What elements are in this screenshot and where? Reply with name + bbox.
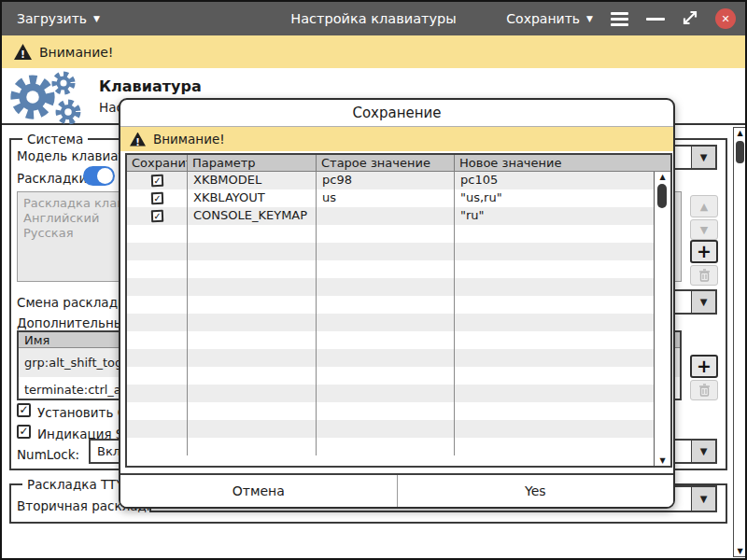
scroll-down-icon[interactable]: ▼	[655, 456, 670, 465]
trash-icon	[698, 384, 711, 397]
chevron-down-icon[interactable]: ▼	[691, 147, 715, 168]
row-checkbox[interactable]: ✓	[150, 175, 162, 187]
warning-icon: !	[14, 44, 32, 60]
plus-icon: +	[697, 357, 712, 375]
system-group-legend: Система	[22, 132, 88, 147]
warning-text: Внимание!	[39, 45, 113, 60]
titlebar: Загрузить ▼ Настройка клавиатуры Сохрани…	[2, 2, 745, 35]
keyboard-settings-window: Загрузить ▼ Настройка клавиатуры Сохрани…	[0, 0, 747, 560]
warning-banner: ! Внимание!	[2, 35, 745, 68]
warning-icon: !	[130, 133, 146, 147]
page-title: Клавиатура	[99, 77, 202, 95]
check-icon: ✓	[153, 211, 162, 221]
layouts-label: Раскладки:	[17, 171, 92, 186]
move-down-button[interactable]: ▼	[690, 219, 718, 240]
save-dialog: Сохранение ! Внимание! Сохранить Парамет…	[119, 98, 675, 509]
toggle-knob	[97, 168, 113, 184]
old-value-cell: pc98	[317, 172, 455, 189]
menu-icon[interactable]	[609, 10, 630, 28]
compose-checkbox[interactable]: ✓	[17, 403, 31, 417]
column-header: Сохранить	[127, 155, 188, 171]
column-header: Параметр	[188, 155, 317, 171]
add-layout-button[interactable]: +	[690, 240, 718, 263]
layouts-toggle[interactable]	[83, 166, 115, 186]
row-checkbox[interactable]: ✓	[150, 210, 162, 222]
table-row[interactable]: ✓ XKBLAYOUT us "us,ru"	[127, 189, 654, 207]
plus-icon: +	[697, 243, 712, 260]
check-icon: ✓	[19, 425, 28, 438]
check-icon: ✓	[153, 175, 162, 186]
chevron-down-icon[interactable]: ▼	[691, 291, 715, 313]
maximize-button[interactable]	[681, 8, 699, 30]
table-row[interactable]: ✓ CONSOLE_KEYMAP "ru"	[127, 207, 654, 225]
chevron-down-icon: ▼	[586, 15, 593, 23]
close-button[interactable]: ✕	[715, 8, 736, 29]
minimize-button[interactable]	[646, 18, 665, 21]
delete-layout-button[interactable]	[690, 265, 718, 286]
trash-icon	[698, 269, 711, 282]
arrow-up-icon: ▲	[700, 202, 708, 212]
chevron-down-icon[interactable]: ▼	[691, 441, 715, 462]
column-header: Новое значение	[455, 155, 670, 171]
old-value-cell	[317, 207, 455, 225]
param-cell: CONSOLE_KEYMAP	[188, 207, 317, 225]
old-value-cell: us	[317, 189, 455, 207]
numlock-label: NumLock:	[17, 447, 79, 462]
new-value-cell: "us,ru"	[455, 189, 654, 207]
expand-icon	[681, 8, 699, 27]
check-icon: ✓	[153, 193, 162, 203]
delete-option-button[interactable]	[690, 380, 718, 400]
cancel-button[interactable]: Отмена	[120, 475, 398, 507]
param-cell: XKBMODEL	[188, 172, 317, 189]
dialog-warning-banner: ! Внимание!	[120, 127, 673, 151]
changes-table-header: Сохранить Параметр Старое значение Новое…	[127, 155, 670, 172]
minimize-icon	[646, 18, 665, 21]
arrow-down-icon: ▼	[700, 225, 708, 235]
scrolllock-checkbox[interactable]: ✓	[17, 425, 31, 439]
changes-table: Сохранить Параметр Старое значение Новое…	[125, 153, 672, 468]
scrollbar-thumb[interactable]	[736, 141, 744, 163]
dialog-warning-text: Внимание!	[153, 132, 225, 147]
dialog-table-scrollbar[interactable]: ▲ ▼	[654, 172, 670, 466]
tty-group-legend: Раскладка TTY	[22, 477, 128, 492]
chevron-down-icon[interactable]: ▼	[691, 487, 715, 511]
new-value-cell: pc105	[455, 172, 654, 189]
table-row[interactable]: ✓ XKBMODEL pc98 pc105	[127, 172, 654, 189]
save-menu-label: Сохранить	[506, 11, 580, 26]
changes-table-body: ✓ XKBMODEL pc98 pc105 ✓ XKBLAYOUT us "us…	[127, 172, 654, 466]
param-cell: XKBLAYOUT	[188, 189, 317, 207]
column-header: Старое значение	[317, 155, 455, 171]
dialog-title: Сохранение	[120, 100, 673, 127]
scrollbar-thumb[interactable]	[657, 184, 667, 208]
scroll-up-icon[interactable]: ▲	[655, 173, 670, 181]
main-scrollbar[interactable]: ▲ ▼	[733, 127, 747, 557]
scroll-down-icon[interactable]: ▼	[734, 547, 746, 555]
scroll-up-icon[interactable]: ▲	[734, 129, 746, 137]
yes-button[interactable]: Yes	[398, 475, 674, 507]
close-icon: ✕	[721, 13, 729, 25]
move-up-button[interactable]: ▲	[690, 195, 718, 217]
add-option-button[interactable]: +	[690, 355, 718, 378]
dialog-buttons: Отмена Yes	[120, 473, 673, 507]
save-menu-button[interactable]: Сохранить ▼	[506, 11, 593, 26]
gears-icon	[7, 70, 93, 122]
new-value-cell: "ru"	[455, 207, 654, 225]
check-icon: ✓	[19, 403, 28, 416]
row-checkbox[interactable]: ✓	[150, 192, 162, 204]
